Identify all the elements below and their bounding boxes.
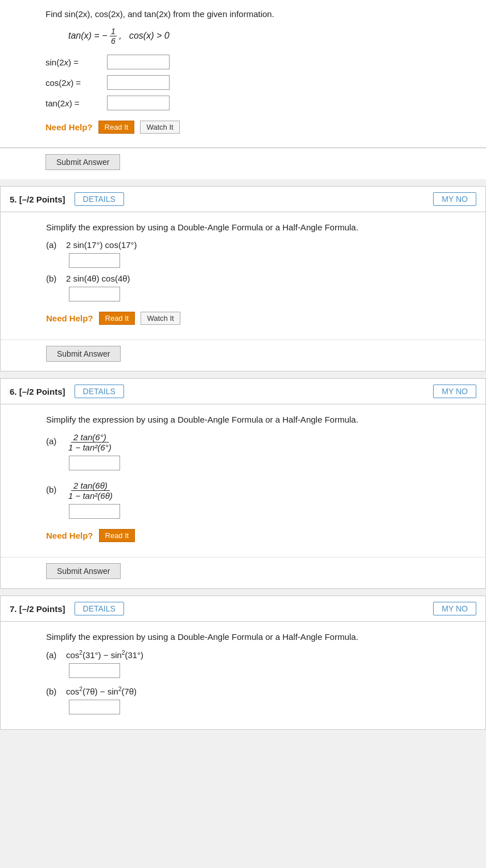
problem-5-part-a-input[interactable] xyxy=(69,253,120,268)
sin-row: sin(2x) = xyxy=(46,55,472,69)
problem-6-read-it-button[interactable]: Read It xyxy=(99,529,135,542)
problem-7-block: 7. [–/2 Points] DETAILS MY NO Simplify t… xyxy=(0,596,486,730)
top-section: Find sin(2x), cos(2x), and tan(2x) from … xyxy=(0,0,486,148)
problem-5-submit-button[interactable]: Submit Answer xyxy=(46,346,121,362)
problem-5-details-button[interactable]: DETAILS xyxy=(75,192,124,206)
top-read-it-button[interactable]: Read It xyxy=(98,121,135,134)
problem-7-mynotes-button[interactable]: MY NO xyxy=(433,602,476,615)
problem-6-part-b-label: (b) 2 tan(6θ) 1 − tan²(6θ) xyxy=(46,481,472,501)
problem-6-part-a-input[interactable] xyxy=(69,456,120,470)
cos-input[interactable] xyxy=(107,75,170,90)
problem-6-need-help-row: Need Help? Read It xyxy=(46,529,472,542)
problem-5-number: 5. [–/2 Points] xyxy=(10,195,65,204)
top-submit-button[interactable]: Submit Answer xyxy=(46,154,120,170)
problem-7-part-b-label: (b) cos2(7θ) − sin2(7θ) xyxy=(46,686,472,696)
problem-7-number: 7. [–/2 Points] xyxy=(10,604,65,614)
problem-6-need-help-label: Need Help? xyxy=(46,531,93,540)
cos-label: cos(2x) = xyxy=(46,78,102,88)
top-need-help-label: Need Help? xyxy=(46,122,93,132)
top-submit-row: Submit Answer xyxy=(0,148,486,179)
problem-7-details-button[interactable]: DETAILS xyxy=(75,602,124,615)
problem-7-header: 7. [–/2 Points] DETAILS MY NO xyxy=(1,596,485,622)
problem-6-number: 6. [–/2 Points] xyxy=(10,387,65,396)
problem-6-content: Simplify the expression by using a Doubl… xyxy=(1,404,485,557)
sin-input[interactable] xyxy=(107,55,170,69)
problem-5-submit-row: Submit Answer xyxy=(1,340,485,371)
problem-7-part-b-input[interactable] xyxy=(69,700,120,714)
problem-6-submit-row: Submit Answer xyxy=(1,557,485,588)
problem-5-part-b-input[interactable] xyxy=(69,287,120,301)
problem-7-text: Simplify the expression by using a Doubl… xyxy=(46,632,472,642)
problem-5-content: Simplify the expression by using a Doubl… xyxy=(1,212,485,340)
problem-5-mynotes-button[interactable]: MY NO xyxy=(433,192,476,206)
problem-7-part-a-label: (a) cos2(31°) − sin2(31°) xyxy=(46,650,472,660)
problem-7-part-a-input[interactable] xyxy=(69,663,120,678)
problem-6-details-button[interactable]: DETAILS xyxy=(75,385,124,398)
problem-6-submit-button[interactable]: Submit Answer xyxy=(46,563,121,579)
cos-row: cos(2x) = xyxy=(46,75,472,90)
problem-5-read-it-button[interactable]: Read It xyxy=(99,312,135,325)
top-given-expr: tan(x) = − 1 6 , cos(x) > 0 xyxy=(68,27,472,46)
tan-input[interactable] xyxy=(107,96,170,110)
problem-5-watch-it-button[interactable]: Watch It xyxy=(141,312,180,325)
sin-label: sin(2x) = xyxy=(46,57,102,67)
problem-6-part-a-label: (a) 2 tan(6°) 1 − tan²(6°) xyxy=(46,432,472,452)
tan-row: tan(2x) = xyxy=(46,96,472,110)
problem-6-text: Simplify the expression by using a Doubl… xyxy=(46,415,472,424)
problem-6-part-b-input[interactable] xyxy=(69,504,120,519)
problem-5-part-a-label: (a) 2 sin(17°) cos(17°) xyxy=(46,240,472,250)
problem-6-block: 6. [–/2 Points] DETAILS MY NO Simplify t… xyxy=(0,378,486,589)
problem-5-text: Simplify the expression by using a Doubl… xyxy=(46,222,472,232)
problem-7-content: Simplify the expression by using a Doubl… xyxy=(1,622,485,729)
problem-5-part-b-label: (b) 2 sin(4θ) cos(4θ) xyxy=(46,274,472,283)
problem-5-header: 5. [–/2 Points] DETAILS MY NO xyxy=(1,187,485,212)
page-wrapper: Find sin(2x), cos(2x), and tan(2x) from … xyxy=(0,0,486,730)
problem-6-mynotes-button[interactable]: MY NO xyxy=(433,385,476,398)
problem-6-part-b-fraction: 2 tan(6θ) 1 − tan²(6θ) xyxy=(66,481,115,501)
problem-6-header: 6. [–/2 Points] DETAILS MY NO xyxy=(1,379,485,404)
tan-label: tan(2x) = xyxy=(46,98,102,108)
problem-5-need-help-label: Need Help? xyxy=(46,313,93,323)
top-problem-intro: Find sin(2x), cos(2x), and tan(2x) from … xyxy=(46,9,472,19)
problem-5-block: 5. [–/2 Points] DETAILS MY NO Simplify t… xyxy=(0,186,486,371)
problem-6-part-a-fraction: 2 tan(6°) 1 − tan²(6°) xyxy=(66,432,114,452)
problem-5-need-help-row: Need Help? Read It Watch It xyxy=(46,312,472,325)
top-need-help-row: Need Help? Read It Watch It xyxy=(46,121,472,134)
top-watch-it-button[interactable]: Watch It xyxy=(140,121,179,134)
